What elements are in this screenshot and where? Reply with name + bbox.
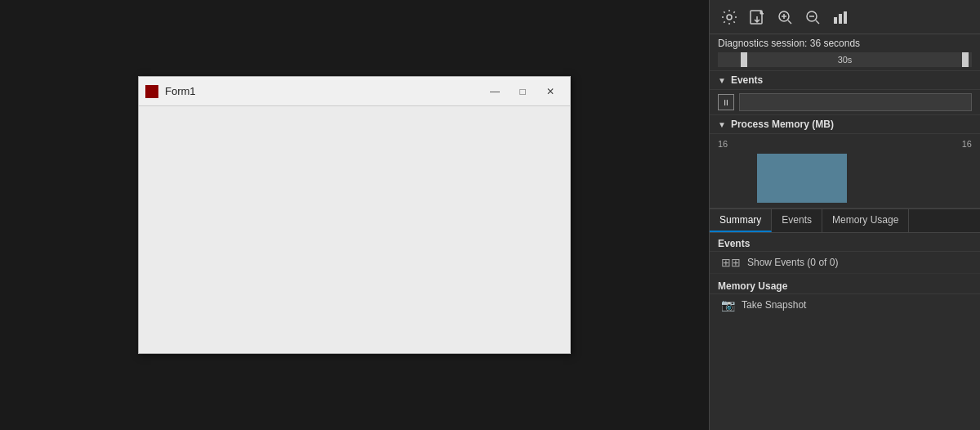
memory-bar	[757, 154, 847, 203]
diagnostics-panel: Diagnostics session: 36 seconds 30s ▼ Ev…	[709, 0, 980, 430]
form-app-icon	[145, 85, 158, 98]
tab-memory-usage[interactable]: Memory Usage	[822, 209, 909, 232]
diagnostics-tabs: Summary Events Memory Usage	[710, 208, 980, 233]
tab-summary[interactable]: Summary	[710, 209, 772, 232]
events-filter-input[interactable]	[739, 93, 972, 111]
process-memory-label: Process Memory (MB)	[731, 119, 834, 130]
export-icon[interactable]	[746, 6, 768, 29]
session-label: Diagnostics session: 36 seconds	[718, 38, 972, 49]
process-memory-section: ▼ Process Memory (MB) 16 16	[710, 115, 980, 208]
events-summary-title: Events	[710, 233, 980, 252]
session-bar: Diagnostics session: 36 seconds 30s	[710, 34, 980, 71]
timeline-bar[interactable]: 30s	[718, 52, 972, 67]
summary-content: Events ⊞⊞ Show Events (0 of 0) Memory Us…	[710, 233, 980, 430]
mem-y-label-left: 16	[718, 139, 728, 149]
svg-rect-11	[844, 11, 847, 24]
timeline-handle-left[interactable]	[741, 52, 747, 67]
form-title: Form1	[165, 85, 475, 97]
camera-icon: 📷	[721, 298, 735, 311]
tab-events[interactable]: Events	[772, 209, 822, 232]
show-events-item[interactable]: ⊞⊞ Show Events (0 of 0)	[710, 252, 980, 274]
process-memory-triangle-icon: ▼	[718, 120, 726, 129]
svg-rect-9	[834, 17, 837, 24]
show-events-icon: ⊞⊞	[721, 256, 741, 269]
form-window: Form1 — □ ✕	[138, 76, 571, 354]
memory-chart-area: 16 16	[710, 134, 980, 208]
svg-rect-10	[839, 14, 842, 24]
svg-point-0	[727, 15, 732, 20]
events-row: ⏸	[710, 90, 980, 115]
settings-icon[interactable]	[718, 6, 741, 29]
take-snapshot-label: Take Snapshot	[742, 299, 806, 311]
memory-summary-title: Memory Usage	[710, 275, 980, 294]
memory-chart	[741, 146, 949, 203]
events-triangle-icon: ▼	[718, 76, 726, 85]
maximize-button[interactable]: □	[510, 82, 536, 101]
chart-icon[interactable]	[829, 6, 852, 29]
form-body	[139, 106, 570, 353]
desktop-area: Form1 — □ ✕	[0, 0, 709, 430]
timeline-label: 30s	[838, 55, 853, 65]
mem-y-label-right: 16	[962, 139, 972, 149]
diagnostics-toolbar	[710, 0, 980, 34]
minimize-button[interactable]: —	[482, 82, 508, 101]
take-snapshot-item[interactable]: 📷 Take Snapshot	[710, 294, 980, 316]
svg-line-7	[816, 20, 819, 24]
process-memory-header[interactable]: ▼ Process Memory (MB)	[710, 115, 980, 134]
form-titlebar: Form1 — □ ✕	[139, 77, 570, 106]
svg-line-3	[788, 20, 791, 24]
form-window-controls: — □ ✕	[482, 82, 564, 101]
show-events-label: Show Events (0 of 0)	[747, 257, 838, 268]
zoom-in-icon[interactable]	[773, 6, 796, 29]
events-section-header[interactable]: ▼ Events	[710, 71, 980, 90]
events-header-label: Events	[731, 74, 763, 86]
zoom-out-icon[interactable]	[801, 6, 824, 29]
timeline-handle-right[interactable]	[962, 52, 969, 67]
events-pause-icon[interactable]: ⏸	[718, 94, 734, 110]
close-button[interactable]: ✕	[537, 82, 564, 101]
